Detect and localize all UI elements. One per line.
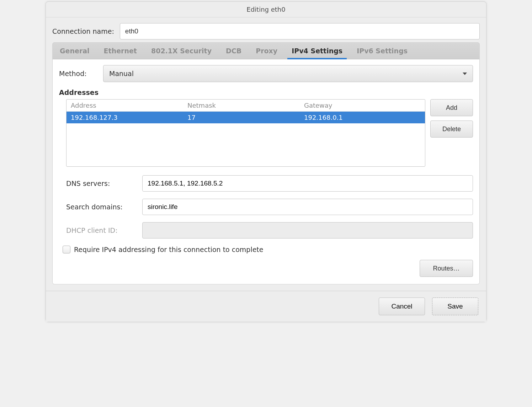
delete-button[interactable]: Delete [430,121,473,138]
addresses-table[interactable]: Address Netmask Gateway 192.168.127.3 17… [66,99,425,167]
cell-netmask: 17 [187,114,304,121]
tab-notebook: General Ethernet 802.1X Security DCB Pro… [52,42,480,284]
tab-proxy[interactable]: Proxy [249,43,284,59]
table-header: Address Netmask Gateway [66,100,425,112]
editing-connection-dialog: Editing eth0 Connection name: General Et… [46,1,486,322]
tab-ethernet[interactable]: Ethernet [97,43,144,59]
routes-button[interactable]: Routes… [420,260,473,277]
search-domains-row: Search domains: [66,199,473,215]
method-value: Manual [109,70,134,77]
cell-gateway: 192.168.0.1 [304,114,421,121]
dhcp-client-id-row: DHCP client ID: [66,222,473,239]
dns-servers-input[interactable] [142,175,473,192]
routes-row: Routes… [59,260,473,277]
col-gateway: Gateway [304,102,421,109]
dns-label: DNS servers: [66,180,137,187]
addresses-area: Address Netmask Gateway 192.168.127.3 17… [59,99,473,167]
connection-name-input[interactable] [120,23,480,39]
search-domains-input[interactable] [142,199,473,215]
window-title: Editing eth0 [46,2,486,17]
method-row: Method: Manual [59,65,473,82]
col-address: Address [71,102,187,109]
col-netmask: Netmask [187,102,304,109]
table-row[interactable]: 192.168.127.3 17 192.168.0.1 [66,112,425,123]
dhcp-client-id-label: DHCP client ID: [66,226,137,234]
connection-name-label: Connection name: [52,27,114,35]
tab-bar: General Ethernet 802.1X Security DCB Pro… [53,43,479,59]
tab-ipv6-settings[interactable]: IPv6 Settings [350,43,415,59]
addresses-heading: Addresses [59,89,473,96]
dns-row: DNS servers: [66,175,473,192]
save-button[interactable]: Save [432,298,478,315]
method-select[interactable]: Manual [103,65,473,82]
require-ipv4-checkbox[interactable] [63,246,70,253]
cell-address: 192.168.127.3 [71,114,187,121]
require-ipv4-label: Require IPv4 addressing for this connect… [74,246,264,253]
add-button[interactable]: Add [430,99,473,116]
chevron-down-icon [463,73,467,75]
method-label: Method: [59,70,98,77]
search-domains-label: Search domains: [66,203,137,211]
tab-dcb[interactable]: DCB [219,43,249,59]
require-ipv4-row: Require IPv4 addressing for this connect… [59,246,473,253]
address-buttons: Add Delete [430,99,473,138]
ipv4-settings-panel: Method: Manual Addresses Address Netmask… [53,59,479,284]
tab-8021x-security[interactable]: 802.1X Security [144,43,219,59]
tab-ipv4-settings[interactable]: IPv4 Settings [284,43,350,59]
dhcp-client-id-input [142,222,473,239]
connection-name-row: Connection name: [46,17,486,42]
cancel-button[interactable]: Cancel [379,298,425,315]
tab-general[interactable]: General [53,43,97,59]
dialog-action-bar: Cancel Save [46,291,486,322]
